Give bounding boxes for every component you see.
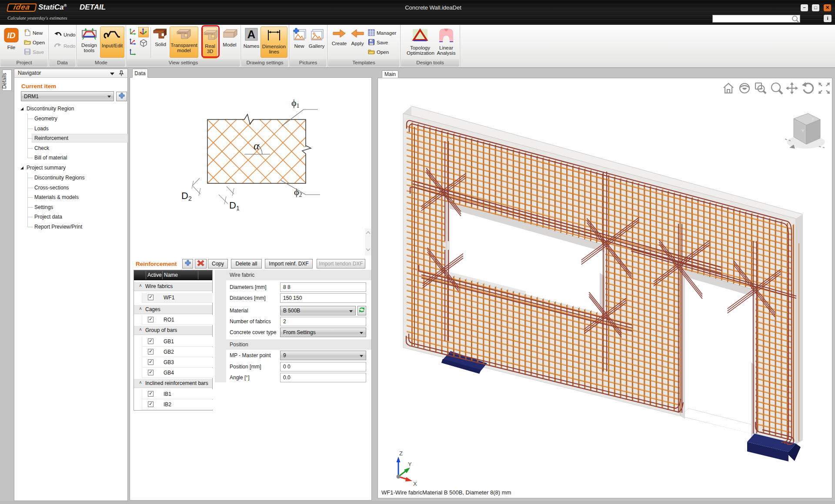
svg-text:Z: Z [399, 450, 403, 457]
svg-text:D1: D1 [229, 200, 240, 212]
svg-text:α: α [254, 140, 260, 152]
svg-text:Y: Y [802, 129, 804, 133]
svg-text:ϕ1: ϕ1 [291, 97, 300, 109]
svg-text:X: X [413, 481, 417, 487]
svg-text:Y: Y [408, 461, 412, 468]
svg-text:ID: ID [7, 31, 16, 40]
svg-text:D2: D2 [181, 190, 192, 202]
svg-text:ϕ2: ϕ2 [294, 186, 302, 198]
svg-text:z: z [812, 117, 814, 121]
svg-text:A: A [247, 28, 256, 41]
